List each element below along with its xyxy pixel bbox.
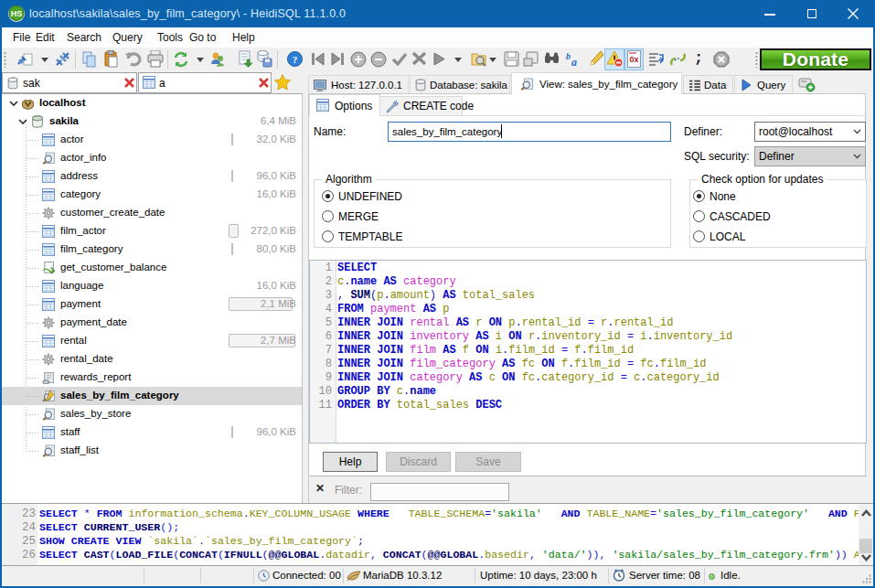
svg-text:?: ? (293, 54, 298, 65)
svg-text:a: a (571, 56, 577, 68)
svg-text:b: b (566, 51, 571, 61)
svg-text:HS: HS (11, 9, 23, 18)
svg-text:0x: 0x (629, 55, 638, 64)
